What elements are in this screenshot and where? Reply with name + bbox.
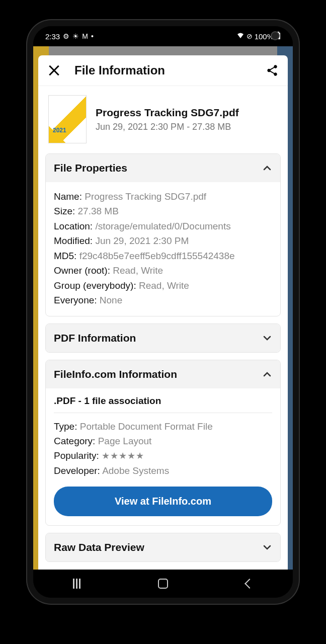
fileinfo-body: Type: Portable Document Format File Cate… [46, 413, 280, 525]
file-subtitle: Jun 29, 2021 2:30 PM - 27.38 MB [96, 122, 278, 132]
background-content: File Information 2021 Progress Tracking … [33, 46, 293, 570]
camera-cutout [271, 31, 280, 40]
prop-location-value: /storage/emulated/0/Documents [95, 221, 230, 231]
nav-home-button[interactable] [156, 577, 170, 591]
wifi-icon [236, 32, 244, 41]
fileinfo-assoc-row: .PDF - 1 file association [46, 388, 280, 413]
settings-icon: ⚙ [63, 32, 69, 40]
prop-name-label: Name: [54, 191, 85, 202]
close-icon[interactable] [47, 64, 60, 77]
pdf-info-section: PDF Information [45, 324, 281, 353]
fi-type-label: Type: [54, 421, 80, 432]
phone-frame: 2:33 ⚙ ☀ M • ⊘ 100% File [27, 20, 299, 604]
dnd-icon: ⊘ [247, 32, 253, 40]
chevron-up-icon [262, 163, 272, 173]
fileinfo-section: FileInfo.com Information .PDF - 1 file a… [45, 360, 281, 526]
prop-modified-label: Modified: [54, 235, 95, 246]
fi-popularity-label: Popularity: [54, 450, 102, 461]
fi-type-value: Portable Document Format File [80, 421, 213, 432]
share-icon[interactable] [266, 64, 279, 77]
fileinfo-association: .PDF - 1 file association [54, 395, 272, 413]
pdf-info-title: PDF Information [54, 332, 136, 344]
file-header: 2021 Progress Tracking SDG7.pdf Jun 29, … [45, 95, 281, 143]
status-time: 2:33 [45, 32, 60, 41]
fi-popularity-stars: ★★★★★ [102, 451, 144, 461]
prop-owner-value: Read, Write [113, 265, 163, 276]
gmail-icon: M [82, 32, 88, 40]
chevron-up-icon [262, 369, 272, 379]
prop-everyone-value: None [100, 295, 122, 305]
file-properties-title: File Properties [54, 162, 127, 174]
fi-category-label: Category: [54, 436, 98, 446]
file-properties-header[interactable]: File Properties [46, 154, 280, 182]
chevron-down-icon [262, 333, 272, 343]
status-left: 2:33 ⚙ ☀ M • [45, 32, 94, 41]
content-scroll[interactable]: 2021 Progress Tracking SDG7.pdf Jun 29, … [38, 86, 288, 570]
prop-owner-label: Owner (root): [54, 265, 113, 276]
raw-data-section: Raw Data Preview [45, 533, 281, 562]
file-thumbnail: 2021 [48, 95, 87, 143]
nav-recents-button[interactable] [69, 577, 84, 591]
prop-location-label: Location: [54, 221, 95, 231]
nav-back-button[interactable] [242, 577, 257, 591]
chevron-down-icon [262, 542, 272, 552]
raw-data-title: Raw Data Preview [54, 541, 144, 553]
prop-group-value: Read, Write [139, 280, 189, 291]
pdf-info-header[interactable]: PDF Information [46, 324, 280, 352]
prop-name-value: Progress Tracking SDG7.pdf [85, 191, 206, 202]
prop-md5-value: f29c48b5e7eeff5eb9cdff155542438e [79, 251, 235, 261]
fileinfo-title: FileInfo.com Information [54, 368, 177, 380]
prop-size-label: Size: [54, 206, 78, 216]
view-fileinfo-button[interactable]: View at FileInfo.com [54, 487, 272, 516]
page-title: File Information [74, 63, 266, 77]
file-meta: Progress Tracking SDG7.pdf Jun 29, 2021 … [96, 95, 278, 143]
file-name: Progress Tracking SDG7.pdf [96, 107, 278, 119]
screen: 2:33 ⚙ ☀ M • ⊘ 100% File [33, 26, 293, 598]
fileinfo-header[interactable]: FileInfo.com Information [46, 360, 280, 388]
file-properties-section: File Properties Name: Progress Tracking … [45, 153, 281, 316]
android-nav-bar [33, 570, 293, 598]
prop-modified-value: Jun 29, 2021 2:30 PM [95, 235, 189, 246]
status-bar: 2:33 ⚙ ☀ M • ⊘ 100% [33, 26, 293, 46]
thumb-year: 2021 [53, 127, 66, 134]
more-icon: • [91, 32, 94, 40]
weather-icon: ☀ [72, 32, 79, 40]
sheet-header: File Information [38, 55, 288, 86]
prop-everyone-label: Everyone: [54, 295, 100, 305]
prop-group-label: Group (everybody): [54, 280, 139, 291]
file-properties-body: Name: Progress Tracking SDG7.pdf Size: 2… [46, 182, 280, 316]
prop-md5-label: MD5: [54, 251, 79, 261]
prop-size-value: 27.38 MB [78, 206, 119, 216]
fi-category-value: Page Layout [98, 436, 152, 446]
file-info-sheet: File Information 2021 Progress Tracking … [38, 55, 288, 570]
raw-data-header[interactable]: Raw Data Preview [46, 533, 280, 561]
fi-developer-label: Developer: [54, 465, 102, 476]
fi-developer-value: Adobe Systems [102, 465, 169, 476]
